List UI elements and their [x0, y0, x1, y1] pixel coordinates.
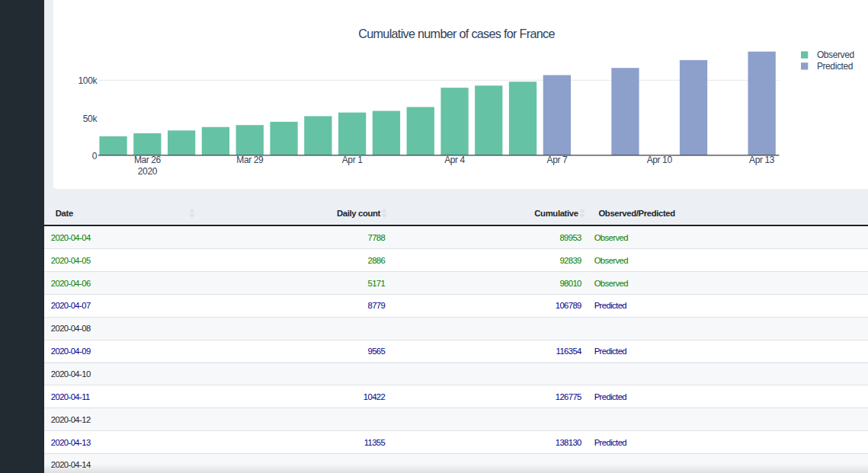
svg-text:2020: 2020 — [138, 166, 158, 177]
svg-text:Observed: Observed — [817, 50, 854, 60]
svg-text:50k: 50k — [83, 113, 98, 124]
svg-text:0: 0 — [92, 151, 98, 161]
svg-text:Mar 26: Mar 26 — [134, 155, 162, 165]
svg-text:Apr 10: Apr 10 — [647, 155, 673, 165]
svg-text:Predicted: Predicted — [817, 61, 853, 72]
svg-text:Apr 13: Apr 13 — [749, 155, 775, 165]
svg-text:Mar 29: Mar 29 — [236, 155, 264, 165]
svg-text:Apr 1: Apr 1 — [342, 155, 363, 165]
svg-text:Apr 4: Apr 4 — [444, 155, 465, 165]
svg-text:Apr 7: Apr 7 — [547, 155, 568, 165]
svg-text:Cumulative number of cases for: Cumulative number of cases for France — [358, 27, 555, 40]
svg-text:100k: 100k — [78, 75, 98, 86]
